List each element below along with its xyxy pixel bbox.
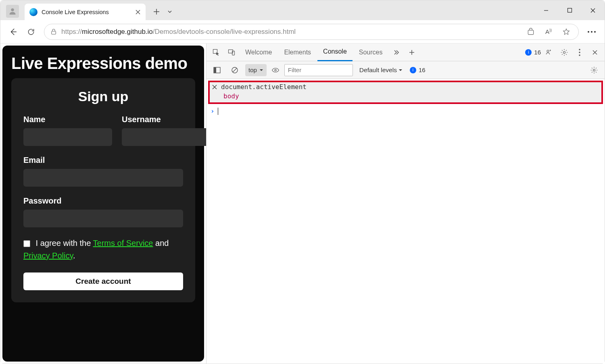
tab-sources[interactable]: Sources	[353, 44, 388, 61]
inspect-icon	[212, 48, 220, 56]
tab-title: Console Live Expressions	[42, 9, 127, 15]
favorite-button[interactable]	[558, 24, 574, 40]
terms-of-service-link[interactable]: Terms of Service	[93, 239, 153, 248]
back-button[interactable]	[4, 23, 22, 41]
address-bar-row: https://microsoftedge.github.io/Demos/de…	[0, 20, 605, 44]
chevrons-right-icon	[393, 49, 400, 56]
close-icon	[590, 8, 596, 13]
log-levels-selector[interactable]: Default levels	[359, 67, 403, 74]
settings-menu-button[interactable]	[583, 23, 601, 41]
hidden-count-value: 16	[419, 67, 426, 73]
tab-elements[interactable]: Elements	[278, 44, 317, 61]
devtools-tabs: Welcome Elements Console Sources i 16	[207, 44, 605, 61]
new-tab-button[interactable]	[150, 5, 163, 19]
url-text: https://microsoftedge.github.io/Demos/de…	[61, 28, 523, 36]
prompt-chevron-icon: ›	[211, 107, 215, 115]
devtools-menu-button[interactable]	[572, 45, 587, 60]
tab-list-dropdown[interactable]	[165, 5, 175, 19]
console-prompt[interactable]: ›	[211, 107, 601, 115]
shopping-button[interactable]	[523, 24, 539, 40]
url-prefix: https://	[61, 28, 82, 35]
text-caret	[218, 108, 218, 115]
read-aloud-button[interactable]: A))	[540, 24, 557, 40]
page-viewport: Live Expressions demo Sign up Name Usern…	[0, 44, 206, 364]
create-account-button[interactable]: Create account	[23, 272, 183, 290]
terms-block: I agree with the Terms of Service and Pr…	[23, 237, 183, 262]
svg-point-13	[579, 52, 580, 53]
tab-close-button[interactable]	[134, 8, 142, 16]
svg-point-19	[593, 69, 595, 71]
lock-icon	[50, 28, 57, 35]
window-minimize-button[interactable]	[534, 0, 558, 20]
privacy-policy-link[interactable]: Privacy Policy	[23, 251, 73, 260]
inspect-element-button[interactable]	[209, 45, 223, 60]
eye-icon	[271, 66, 280, 74]
message-dot-icon: i	[525, 49, 532, 56]
svg-point-12	[579, 49, 580, 50]
site-info-button[interactable]	[48, 28, 60, 35]
caret-down-icon	[259, 68, 263, 72]
devtools-settings-button[interactable]	[557, 45, 572, 60]
svg-point-4	[588, 31, 589, 33]
feedback-icon	[545, 48, 553, 56]
console-settings-button[interactable]	[587, 63, 601, 77]
shopping-icon	[527, 28, 535, 36]
console-sidebar-toggle[interactable]	[210, 63, 224, 77]
maximize-icon	[567, 8, 572, 13]
create-live-expression-button[interactable]	[270, 66, 281, 74]
issues-count-value: 16	[534, 49, 541, 56]
password-input[interactable]	[23, 210, 183, 227]
refresh-button[interactable]	[22, 23, 40, 41]
clear-icon	[231, 67, 238, 74]
window-maximize-button[interactable]	[558, 0, 581, 20]
address-bar[interactable]: https://microsoftedge.github.io/Demos/de…	[44, 24, 579, 40]
username-input[interactable]	[122, 128, 211, 146]
live-expression-block: document.activeElement body	[208, 81, 603, 104]
issues-count[interactable]: i 16	[525, 49, 541, 56]
terms-checkbox[interactable]	[23, 240, 30, 247]
close-icon	[136, 10, 140, 15]
clear-console-button[interactable]	[227, 63, 242, 77]
terms-text-2: and	[153, 239, 169, 248]
svg-point-10	[547, 50, 549, 52]
svg-rect-1	[567, 8, 572, 12]
browser-tab[interactable]: Console Live Expressions	[25, 4, 146, 20]
svg-point-6	[594, 31, 596, 33]
console-body[interactable]: ›	[207, 104, 605, 364]
more-tabs-button[interactable]	[389, 45, 404, 60]
profile-button[interactable]	[6, 5, 19, 18]
device-emulation-button[interactable]	[224, 45, 239, 60]
svg-rect-16	[214, 67, 216, 73]
chevron-down-icon	[167, 9, 172, 14]
signup-form: Sign up Name Username Email	[11, 78, 195, 302]
window-close-button[interactable]	[581, 0, 605, 20]
terms-text-1: I agree with the	[36, 239, 93, 248]
remove-live-expression-button[interactable]	[212, 85, 217, 89]
refresh-icon	[27, 28, 35, 36]
sidebar-icon	[213, 67, 221, 74]
name-input[interactable]	[23, 128, 112, 146]
feedback-button[interactable]	[542, 45, 556, 60]
devtools-panel: Welcome Elements Console Sources i 16	[206, 44, 605, 364]
svg-point-5	[591, 31, 592, 33]
message-dot-icon: i	[410, 67, 416, 73]
svg-point-14	[579, 54, 580, 56]
console-filter-input[interactable]	[284, 64, 353, 76]
execution-context-selector[interactable]: top	[245, 64, 267, 76]
svg-rect-3	[528, 30, 533, 34]
signup-heading: Sign up	[23, 89, 183, 104]
email-input[interactable]	[23, 169, 183, 187]
svg-rect-2	[52, 31, 56, 34]
devtools-close-button[interactable]	[588, 45, 602, 60]
devices-icon	[227, 48, 236, 56]
plus-icon	[153, 8, 160, 15]
live-expression-text[interactable]: document.activeElement	[221, 83, 307, 91]
star-icon	[562, 28, 570, 36]
hidden-messages-count[interactable]: i 16	[410, 67, 426, 73]
svg-point-11	[563, 51, 565, 53]
titlebar: Console Live Expressions	[0, 0, 605, 20]
new-tool-button[interactable]	[405, 45, 419, 60]
tab-welcome[interactable]: Welcome	[240, 44, 277, 61]
live-expression-result: body	[212, 92, 599, 100]
tab-console[interactable]: Console	[317, 44, 353, 61]
